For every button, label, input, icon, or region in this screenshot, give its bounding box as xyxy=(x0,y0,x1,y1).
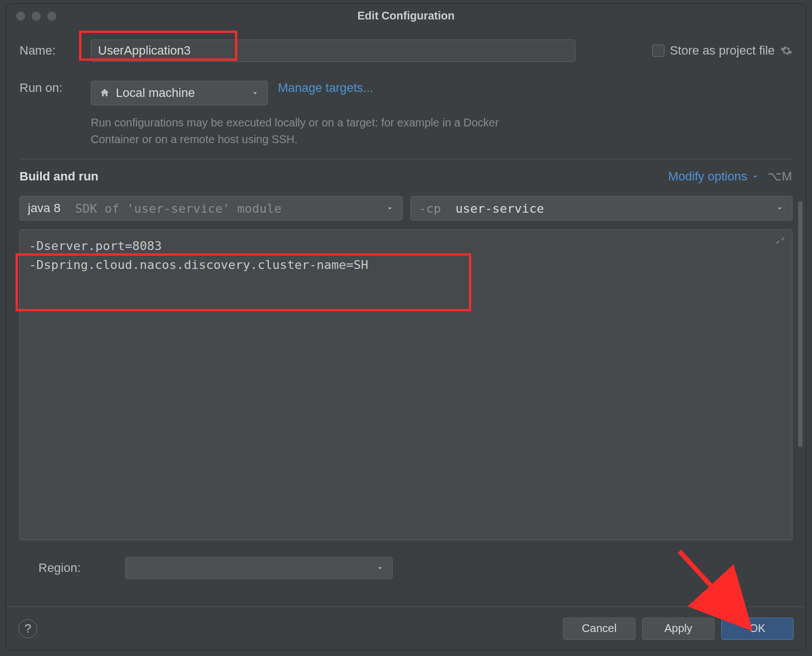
run-on-value: Local machine xyxy=(116,86,195,100)
store-as-project-file-label: Store as project file xyxy=(670,43,775,58)
vm-options-field[interactable] xyxy=(19,229,793,540)
cp-prefix: -cp xyxy=(419,202,441,216)
home-icon xyxy=(99,87,110,99)
svg-line-0 xyxy=(679,551,741,618)
gear-icon[interactable] xyxy=(780,45,793,57)
sdk-prefix: java 8 xyxy=(28,201,61,216)
expand-icon[interactable] xyxy=(775,236,785,246)
scrollbar[interactable] xyxy=(798,201,803,447)
run-on-select[interactable]: Local machine xyxy=(91,81,268,105)
classpath-select[interactable]: -cp user-service xyxy=(410,196,793,221)
manage-targets-link[interactable]: Manage targets... xyxy=(278,81,373,95)
modify-options-shortcut: ⌥M xyxy=(767,169,793,184)
chevron-down-icon xyxy=(251,89,260,97)
annotation-arrow xyxy=(674,546,769,640)
titlebar: Edit Configuration xyxy=(6,4,806,28)
store-as-project-file-checkbox[interactable] xyxy=(652,45,664,57)
build-run-title: Build and run xyxy=(19,169,99,184)
dialog-title: Edit Configuration xyxy=(6,9,806,22)
name-input[interactable] xyxy=(91,40,575,62)
vm-options-textarea[interactable] xyxy=(20,230,810,553)
section-divider xyxy=(19,159,793,159)
run-on-label: Run on: xyxy=(19,81,81,95)
chevron-down-icon xyxy=(375,564,384,572)
sdk-select[interactable]: java 8 SDK of 'user-service' module xyxy=(19,196,403,221)
chevron-down-icon xyxy=(385,204,394,213)
sdk-hint: SDK of 'user-service' module xyxy=(75,202,282,216)
modify-options-link[interactable]: Modify options xyxy=(668,169,760,184)
cp-value: user-service xyxy=(456,202,544,216)
help-icon[interactable]: ? xyxy=(18,619,37,638)
name-label: Name: xyxy=(19,43,81,58)
run-on-hint: Run configurations may be executed local… xyxy=(91,114,514,148)
region-select[interactable] xyxy=(125,557,393,579)
chevron-down-icon xyxy=(775,204,784,213)
cancel-button[interactable]: Cancel xyxy=(563,618,635,640)
region-label: Region: xyxy=(38,561,114,575)
